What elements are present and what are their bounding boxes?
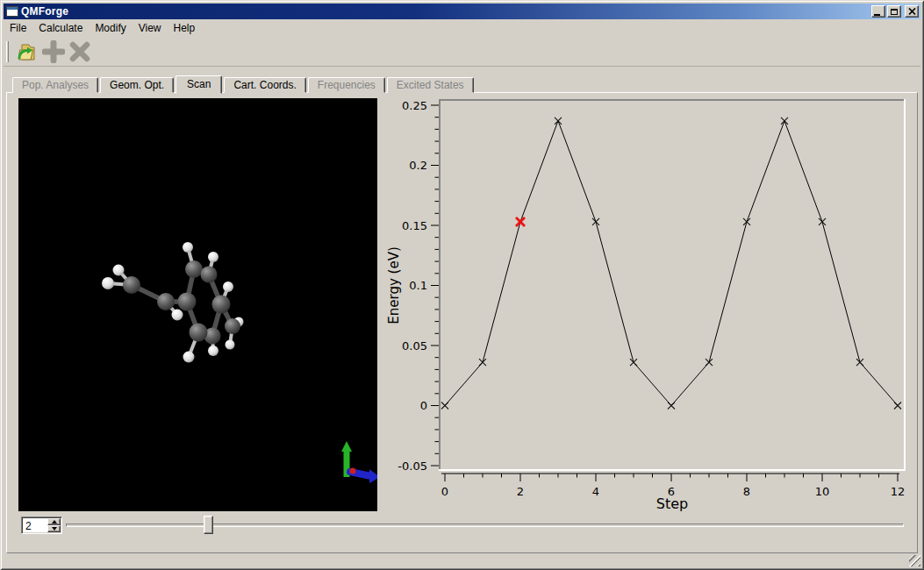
orientation-axes-icon bbox=[341, 441, 377, 483]
open-file-button[interactable] bbox=[14, 39, 40, 64]
svg-text:0.2: 0.2 bbox=[409, 159, 427, 172]
svg-text:0: 0 bbox=[420, 399, 427, 412]
tab-pop-analyses: Pop. Analyses bbox=[12, 77, 98, 93]
scan-energy-chart[interactable]: -0.0500.050.10.150.20.25024681012Energy … bbox=[384, 96, 913, 515]
tab-scan[interactable]: Scan bbox=[175, 75, 222, 94]
spin-up-button[interactable] bbox=[47, 518, 61, 525]
tab-cart-coords[interactable]: Cart. Coords. bbox=[224, 77, 305, 93]
title-bar[interactable]: QMForge bbox=[4, 4, 920, 19]
close-icon bbox=[908, 8, 916, 15]
svg-text:0.05: 0.05 bbox=[402, 339, 427, 353]
minimize-button[interactable] bbox=[871, 5, 885, 18]
molecule-3d-viewer[interactable] bbox=[18, 98, 377, 511]
molecule-model bbox=[18, 98, 377, 511]
y-axis-label: Energy (eV) bbox=[386, 246, 402, 324]
tab-geom-opt[interactable]: Geom. Opt. bbox=[100, 77, 174, 93]
menu-view[interactable]: View bbox=[133, 20, 168, 36]
arrow-up-icon bbox=[52, 517, 57, 524]
folder-open-icon bbox=[16, 40, 39, 63]
toolbar bbox=[4, 37, 920, 67]
step-slider-handle[interactable] bbox=[204, 516, 213, 534]
minimize-icon bbox=[874, 14, 880, 16]
resize-grip-icon[interactable] bbox=[909, 555, 920, 566]
app-icon bbox=[6, 6, 18, 17]
menu-file[interactable]: File bbox=[4, 20, 32, 36]
maximize-button[interactable] bbox=[887, 5, 901, 18]
svg-text:4: 4 bbox=[592, 485, 599, 498]
chart-canvas: -0.0500.050.10.150.20.25024681012Energy … bbox=[384, 96, 913, 515]
svg-text:0: 0 bbox=[441, 485, 448, 498]
svg-text:-0.05: -0.05 bbox=[398, 460, 427, 473]
qmforge-window: QMForge File Calculate Modify View Help bbox=[0, 0, 924, 570]
svg-text:8: 8 bbox=[743, 485, 750, 498]
menu-help[interactable]: Help bbox=[168, 20, 202, 36]
svg-text:0.15: 0.15 bbox=[402, 219, 427, 232]
window-title: QMForge bbox=[21, 5, 871, 18]
tab-frequencies: Frequencies bbox=[308, 77, 385, 93]
maximize-icon bbox=[891, 9, 898, 15]
svg-text:0.25: 0.25 bbox=[402, 99, 427, 112]
x-icon bbox=[68, 40, 91, 63]
menu-calculate[interactable]: Calculate bbox=[32, 20, 89, 36]
step-spinbox-input[interactable] bbox=[22, 517, 47, 533]
menu-bar: File Calculate Modify View Help bbox=[4, 20, 920, 36]
svg-text:2: 2 bbox=[517, 485, 524, 498]
step-slider-groove[interactable] bbox=[66, 524, 904, 527]
close-button[interactable] bbox=[905, 5, 919, 18]
delete-calculation-button bbox=[67, 39, 93, 64]
plus-icon bbox=[42, 40, 65, 63]
status-bar bbox=[4, 554, 920, 566]
tab-excited-states: Excited States bbox=[387, 77, 474, 93]
spin-down-button[interactable] bbox=[47, 525, 61, 532]
svg-text:10: 10 bbox=[815, 485, 830, 498]
step-spinbox[interactable] bbox=[21, 517, 62, 534]
toolbar-drag-handle[interactable] bbox=[6, 41, 9, 62]
add-calculation-button bbox=[40, 39, 67, 64]
svg-text:0.1: 0.1 bbox=[409, 279, 427, 292]
menu-modify[interactable]: Modify bbox=[89, 20, 132, 36]
svg-text:12: 12 bbox=[891, 485, 906, 498]
tab-bar: Pop. Analyses Geom. Opt. Scan Cart. Coor… bbox=[12, 75, 476, 93]
arrow-down-icon bbox=[52, 527, 57, 533]
x-axis-label: Step bbox=[656, 495, 688, 512]
